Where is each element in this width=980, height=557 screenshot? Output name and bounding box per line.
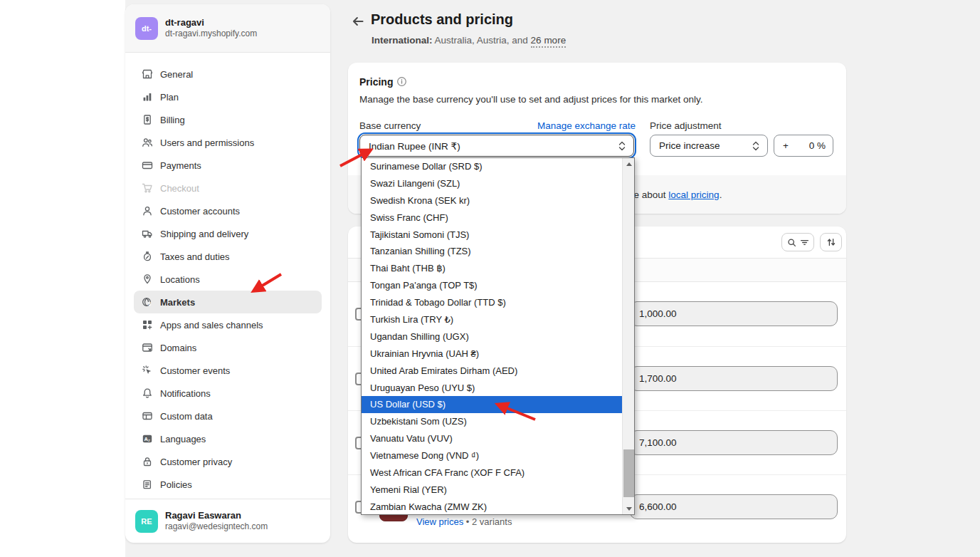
dropdown-scrollbar[interactable] (622, 158, 634, 514)
sidebar-item-customer-accounts[interactable]: Customer accounts (134, 199, 322, 222)
currency-option[interactable]: Uruguayan Peso (UYU $) (362, 380, 622, 397)
sidebar-item-taxes[interactable]: Taxes and duties (134, 245, 322, 268)
billing-icon (141, 114, 153, 126)
price-adjustment-label: Price adjustment (650, 120, 722, 131)
subtitle-countries: Australia, Austria, and (433, 35, 531, 46)
price-input[interactable]: 7,100.00 (630, 430, 838, 455)
currency-option[interactable]: Turkish Lira (TRY ₺) (362, 311, 622, 328)
search-filter-button[interactable] (781, 233, 814, 251)
scroll-down-arrow[interactable] (623, 503, 635, 514)
base-currency-label: Base currency (359, 120, 421, 131)
currency-option[interactable]: Tajikistani Somoni (TJS) (362, 227, 622, 244)
sidebar-item-markets[interactable]: $ Markets (134, 291, 322, 313)
currency-option[interactable]: Zambian Kwacha (ZMW ZK) (362, 499, 622, 516)
payments-icon (141, 160, 153, 172)
svg-text:$: $ (148, 301, 151, 307)
base-currency-value: Indian Rupee (INR ₹) (369, 140, 618, 152)
currency-option[interactable]: Vietnamese Dong (VND ₫) (362, 447, 622, 464)
sidebar-item-custom-data[interactable]: Custom data (134, 405, 322, 427)
sidebar-item-label: Locations (160, 274, 200, 285)
sidebar-item-shipping[interactable]: Shipping and delivery (134, 222, 322, 245)
currency-option[interactable]: West African CFA Franc (XOF F CFA) (362, 464, 622, 481)
language-icon: Az (141, 433, 153, 445)
currency-option[interactable]: Ukrainian Hryvnia (UAH ₴) (362, 345, 622, 363)
currency-option[interactable]: Swazi Lilangeni (SZL) (362, 175, 622, 192)
sidebar-item-users[interactable]: Users and permissions (134, 131, 322, 154)
sidebar-item-label: Payments (160, 160, 201, 171)
local-pricing-link[interactable]: local pricing (668, 189, 719, 200)
currency-option[interactable]: Tanzanian Shilling (TZS) (362, 243, 622, 260)
sidebar-item-customer-privacy[interactable]: Customer privacy (134, 450, 322, 473)
currency-option[interactable]: Surinamese Dollar (SRD $) (362, 158, 622, 175)
store-header[interactable]: dt- dt-ragavi dt-ragavi.myshopify.com (125, 4, 330, 53)
tax-icon (141, 251, 153, 263)
sidebar-item-locations[interactable]: Locations (134, 268, 322, 291)
sidebar-item-billing[interactable]: Billing (134, 108, 322, 131)
chevron-updown-icon (618, 140, 626, 152)
sidebar-item-label: General (160, 69, 193, 80)
sidebar-item-label: Billing (160, 115, 185, 125)
svg-text:z: z (148, 438, 150, 442)
settings-sidebar: dt- dt-ragavi dt-ragavi.myshopify.com Ge… (125, 4, 330, 543)
back-button[interactable] (350, 14, 366, 29)
price-input[interactable]: 1,700.00 (630, 366, 838, 391)
pricing-title: Pricing (359, 76, 393, 88)
currency-option[interactable]: Trinidad & Tobago Dollar (TTD $) (362, 294, 622, 311)
currency-option[interactable]: Uzbekistani Som (UZS) (362, 413, 622, 430)
currency-option-selected[interactable]: US Dollar (USD $) (362, 396, 622, 413)
user-email: ragavi@wedesigntech.com (165, 521, 268, 532)
sidebar-item-domains[interactable]: Domains (134, 336, 322, 359)
currency-option[interactable]: Yemeni Rial (YER) (362, 481, 622, 499)
settings-nav: General Plan Billing Users and permissio… (125, 53, 330, 496)
sidebar-item-customer-events[interactable]: Customer events (134, 359, 322, 382)
currency-option[interactable]: Vanuatu Vatu (VUV) (362, 430, 622, 447)
adjustment-percent-input[interactable]: + 0 % (774, 135, 833, 157)
base-currency-select[interactable]: Indian Rupee (INR ₹) (359, 135, 634, 157)
currency-option[interactable]: Tongan Pa'anga (TOP T$) (362, 277, 622, 294)
sidebar-item-payments[interactable]: Payments (134, 154, 322, 177)
scroll-up-arrow[interactable] (623, 158, 635, 170)
view-prices-link[interactable]: View prices (416, 516, 463, 527)
currency-dropdown-list: Surinamese Dollar (SRD $) Swazi Lilangen… (361, 157, 635, 515)
sidebar-item-plan[interactable]: Plan (134, 85, 322, 108)
sidebar-item-label: Markets (160, 297, 195, 308)
user-name: Ragavi Easwaran (165, 510, 268, 521)
currency-option[interactable]: Thai Baht (THB ฿) (362, 260, 622, 277)
sidebar-item-notifications[interactable]: Notifications (134, 382, 322, 405)
manage-exchange-rate-link[interactable]: Manage exchange rate (536, 120, 636, 131)
pin-icon (141, 274, 153, 286)
sidebar-item-general[interactable]: General (134, 63, 322, 85)
currency-options: Surinamese Dollar (SRD $) Swazi Lilangen… (362, 158, 622, 514)
price-input[interactable]: 6,600.00 (630, 494, 838, 519)
sidebar-item-languages[interactable]: Az Languages (134, 427, 322, 450)
price-input[interactable]: 1,000.00 (630, 301, 838, 326)
currency-option[interactable]: Swedish Krona (SEK kr) (362, 192, 622, 209)
table-icon (141, 410, 153, 422)
pricing-description: Manage the base currency you'll use to s… (359, 94, 703, 105)
more-countries-link[interactable]: 26 more (531, 35, 567, 48)
adjustment-percent-value: 0 % (809, 140, 826, 151)
store-domain: dt-ragavi.myshopify.com (165, 28, 257, 39)
filter-icon (800, 238, 809, 247)
sort-button[interactable] (820, 233, 842, 251)
globe-dollar-icon: $ (141, 296, 153, 308)
store-avatar: dt- (135, 17, 158, 40)
price-adjustment-select[interactable]: Price increase (650, 135, 768, 157)
person-icon (141, 205, 153, 217)
scrollbar-thumb[interactable] (623, 449, 634, 497)
currency-option[interactable]: United Arab Emirates Dirham (AED) (362, 363, 622, 380)
currency-option[interactable]: Ugandan Shilling (UGX) (362, 328, 622, 345)
sidebar-item-label: Customer privacy (160, 457, 232, 467)
info-icon[interactable] (396, 76, 407, 87)
user-account[interactable]: RE Ragavi Easwaran ragavi@wedesigntech.c… (125, 499, 330, 543)
sidebar-item-apps[interactable]: Apps and sales channels (134, 313, 322, 336)
sidebar-item-policies[interactable]: Policies (134, 473, 322, 496)
domain-icon (141, 342, 153, 354)
sidebar-item-label: Shipping and delivery (160, 229, 248, 239)
variant-count: • 2 variants (466, 516, 512, 527)
manage-exchange-rate-text[interactable]: Manage exchange rate (537, 120, 636, 131)
sidebar-item-checkout: Checkout (134, 177, 322, 199)
sidebar-item-label: Taxes and duties (160, 251, 230, 262)
sidebar-item-label: Customer events (160, 365, 230, 376)
currency-option[interactable]: Swiss Franc (CHF) (362, 209, 622, 227)
